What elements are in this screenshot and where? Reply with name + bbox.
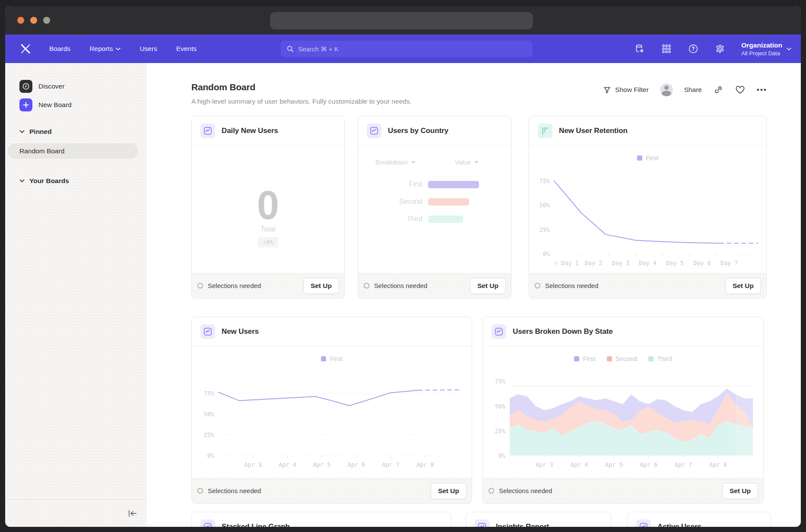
svg-text:25%: 25% [495,428,505,434]
svg-text:25%: 25% [539,226,550,233]
set-up-button[interactable]: Set Up [725,278,761,294]
svg-text:Day 2: Day 2 [585,260,603,266]
show-filter-button[interactable]: Show Filter [603,86,649,94]
data-management-icon[interactable] [634,43,645,54]
sidebar-section-pinned[interactable]: Pinned [19,128,52,136]
line-chart-icon [636,519,651,527]
navbar-right: ? Organization All Project Data [634,35,791,63]
status-circle-icon [534,282,541,289]
zoom-window-button[interactable] [43,17,50,24]
sidebar-footer [5,499,147,527]
row-label: First [358,180,428,188]
card-footer: Selections needed Set Up [192,478,472,503]
nav-link-reports[interactable]: Reports [89,45,121,53]
legend-item[interactable]: Third [648,355,672,362]
set-up-button[interactable]: Set Up [470,278,506,294]
browser-titlebar [5,6,801,35]
settings-gear-icon[interactable] [714,43,726,54]
card-header: New Users [192,317,472,346]
mixpanel-logo-icon[interactable] [19,42,32,55]
global-search[interactable] [281,41,533,57]
nav-link-boards[interactable]: Boards [49,45,70,53]
card-users-by-state: Users Broken Down By State FirstSecondTh… [482,317,764,504]
svg-text:Apr 4: Apr 4 [571,461,588,468]
sidebar-item-discover[interactable]: Discover [5,79,147,93]
main-content: Random Board A high-level summary of use… [147,63,801,527]
value-dropdown[interactable]: Value [455,158,479,166]
nav-link-events[interactable]: Events [176,45,197,53]
share-button[interactable]: Share [684,86,702,94]
legend-item[interactable]: First [637,154,658,162]
card-body: First0%25%50%75%< Day 1Day 2Day 3Day 4Da… [529,146,766,273]
legend-item[interactable]: First [574,355,595,362]
minimize-window-button[interactable] [30,17,37,24]
chevron-down-icon [411,161,416,164]
org-name: Organization [741,41,782,49]
sidebar-item-label: Random Board [19,147,64,155]
show-filter-label: Show Filter [615,86,649,94]
card-title: Users Broken Down By State [513,327,613,336]
sidebar-item-label: Discover [38,82,64,90]
svg-text:Apr 5: Apr 5 [605,461,623,468]
country-row: Third [358,215,511,223]
svg-text:Day 6: Day 6 [693,260,711,266]
svg-text:75%: 75% [204,390,214,397]
help-icon[interactable]: ? [688,43,699,54]
close-window-button[interactable] [17,17,24,24]
line-chart-icon [367,124,381,138]
sidebar-item-random-board[interactable]: Random Board [8,143,138,159]
legend-swatch-icon [648,356,654,361]
sidebar-section-your-boards[interactable]: Your Boards [19,177,69,185]
chevron-down-icon [116,48,121,51]
org-scope: All Project Data [741,50,782,57]
retention-grid-icon [538,124,552,138]
apps-grid-icon[interactable] [661,43,672,54]
copy-link-icon[interactable] [713,85,723,95]
avatar[interactable] [660,83,673,96]
status-text: Selections needed [374,282,427,289]
card-footer: Selections needed Set Up [483,478,763,503]
svg-text:Day 4: Day 4 [639,260,657,266]
sidebar-item-new-board[interactable]: New Board [5,98,147,112]
set-up-button[interactable]: Set Up [722,483,758,499]
card-header: Users by Country [358,116,511,146]
status-circle-icon [363,282,370,289]
card-header: Stacked Line Graph [192,512,451,527]
card-title: New User Retention [559,127,628,135]
favorite-heart-icon[interactable] [735,85,745,95]
collapse-sidebar-icon[interactable] [128,510,137,517]
card-header: New User Retention [529,116,766,146]
line-chart-icon [492,324,506,339]
value-label: Value [455,158,471,166]
svg-text:75%: 75% [539,177,550,184]
card-title: Active Users [657,522,701,527]
legend-item[interactable]: Second [607,355,638,362]
bar-first [428,181,479,188]
more-options-icon[interactable] [756,85,767,95]
nav-link-label: Boards [49,45,70,53]
svg-text:50%: 50% [204,411,214,418]
card-insights-report: Insights Report [466,512,611,527]
breakdown-label: Breakdown [375,158,408,166]
svg-text:Apr 6: Apr 6 [640,461,657,468]
breakdown-dropdown[interactable]: Breakdown [375,158,416,166]
card-active-users: Active Users [627,512,771,527]
legend-swatch-icon [637,155,642,161]
metric-value: 0 [192,183,344,228]
set-up-button[interactable]: Set Up [303,278,339,294]
line-chart-icon [200,519,215,527]
sidebar-item-label: New Board [38,101,72,109]
set-up-button[interactable]: Set Up [431,483,466,499]
legend-item[interactable]: First [321,355,342,362]
url-bar[interactable] [270,12,533,29]
nav-link-label: Users [140,45,157,53]
nav-link-users[interactable]: Users [140,45,157,53]
chevron-down-icon [19,179,25,183]
top-navbar: Boards Reports Users Events [5,35,801,63]
new-users-chart: First0%25%50%75%Apr 3Apr 4Apr 5Apr 6Apr … [192,346,472,478]
card-header: Daily New Users [192,116,344,146]
org-switcher[interactable]: Organization All Project Data [741,41,791,57]
browser-window: Boards Reports Users Events [5,6,801,527]
card-title: Daily New Users [222,127,278,135]
search-input[interactable] [298,45,527,53]
